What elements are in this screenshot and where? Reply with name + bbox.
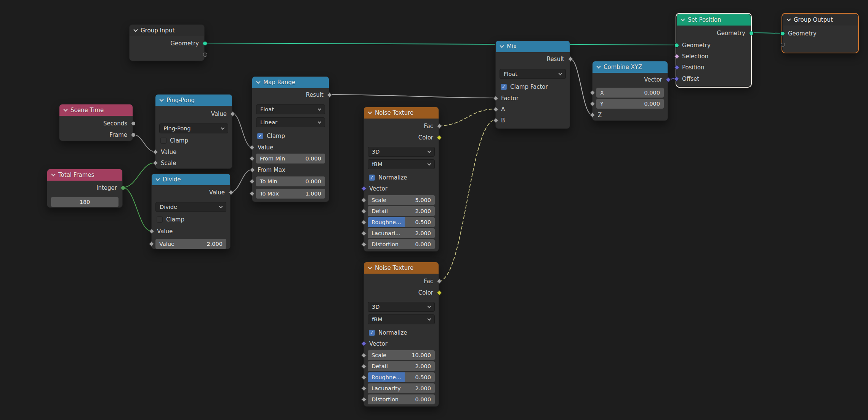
collapse-chevron-icon[interactable]: [368, 110, 372, 114]
checkbox-clamp[interactable]: [157, 216, 163, 223]
chevron-down-icon: [428, 317, 431, 321]
dropdown-noise-type[interactable]: fBM: [368, 159, 435, 169]
dropdown-value-noise-type: fBM: [372, 161, 383, 167]
checkbox-clamp[interactable]: [160, 138, 167, 144]
number-field-roughness[interactable]: Roughne...0.500: [368, 372, 435, 382]
number-field-distortion[interactable]: Distortion0.000: [368, 394, 435, 404]
socket-label-z: Z: [598, 112, 602, 119]
number-field-detail[interactable]: Detail2.000: [368, 206, 435, 216]
checkbox-label-clamp: Clamp: [166, 216, 184, 223]
checkbox-row-clamp[interactable]: Clamp: [160, 136, 188, 146]
number-field-from-min[interactable]: From Min0.000: [256, 154, 325, 164]
checkbox-row-normalize[interactable]: ✓Normalize: [369, 328, 407, 338]
node-editor-canvas[interactable]: Group InputGeometryScene TimeSecondsFram…: [0, 0, 868, 420]
node-header-group-input[interactable]: Group Input: [130, 25, 204, 36]
dropdown-operation[interactable]: Ping-Pong: [159, 123, 228, 133]
number-field-value-2[interactable]: Value2.000: [155, 239, 226, 249]
node-noise-texture-2[interactable]: Noise TextureFacColor3DfBM✓NormalizeVect…: [364, 262, 439, 407]
node-header-group-output[interactable]: Group Output: [783, 14, 858, 26]
node-header-map-range[interactable]: Map Range: [252, 77, 329, 88]
node-title: Noise Texture: [375, 109, 413, 116]
collapse-chevron-icon[interactable]: [133, 27, 138, 32]
node-header-ping-pong[interactable]: Ping-Pong: [155, 95, 232, 106]
dropdown-operation[interactable]: Divide: [155, 202, 226, 212]
number-field-y[interactable]: Y0.000: [596, 99, 664, 109]
node-header-set-position[interactable]: Set Position: [677, 14, 751, 26]
dropdown-dimensions[interactable]: 3D: [368, 147, 435, 157]
number-field-to-min[interactable]: To Min0.000: [256, 176, 325, 186]
checkbox-normalize[interactable]: ✓: [369, 330, 375, 336]
node-header-noise-texture-2[interactable]: Noise Texture: [364, 262, 439, 274]
number-field-lacunarity[interactable]: Lacunari...2.000: [368, 228, 435, 238]
node-group-output[interactable]: Group OutputGeometry: [782, 14, 858, 53]
socket-virtual-group-output[interactable]: [781, 43, 785, 47]
checkbox-row-clamp[interactable]: ✓Clamp: [257, 131, 285, 141]
number-field-to-max[interactable]: To Max1.000: [256, 189, 325, 199]
number-field-lacunarity[interactable]: Lacunarity2.000: [368, 383, 435, 393]
node-divide[interactable]: DivideValueDivideClampValueValue2.000: [151, 173, 231, 249]
number-field-integer-value[interactable]: 180: [51, 197, 119, 207]
checkbox-row-clamp-factor[interactable]: ✓Clamp Factor: [501, 82, 548, 92]
socket-group-input-geometry[interactable]: [203, 41, 207, 46]
collapse-chevron-icon[interactable]: [51, 172, 55, 176]
socket-total-frames-integer[interactable]: [121, 186, 125, 190]
checkbox-row-normalize[interactable]: ✓Normalize: [369, 173, 407, 183]
node-map-range[interactable]: Map RangeResultFloatLinear✓ClampValueFro…: [252, 76, 329, 202]
dropdown-data-type[interactable]: Float: [256, 104, 325, 114]
collapse-chevron-icon[interactable]: [63, 107, 67, 111]
node-header-noise-texture-1[interactable]: Noise Texture: [364, 107, 439, 119]
collapse-chevron-icon[interactable]: [681, 17, 685, 21]
input-row-factor: Factor: [496, 93, 570, 103]
node-ping-pong[interactable]: Ping-PongValuePing-PongClampValueScale: [155, 94, 232, 169]
collapse-chevron-icon[interactable]: [256, 79, 260, 83]
field-label-roughness: Roughne...: [372, 219, 401, 225]
checkbox-row-clamp[interactable]: Clamp: [157, 215, 184, 224]
collapse-chevron-icon[interactable]: [159, 97, 163, 101]
number-field-scale[interactable]: Scale5.000: [368, 195, 435, 205]
checkbox-normalize[interactable]: ✓: [369, 175, 375, 181]
node-total-frames[interactable]: Total FramesInteger180: [47, 169, 123, 208]
dropdown-noise-type[interactable]: fBM: [368, 314, 435, 324]
node-header-combine-xyz[interactable]: Combine XYZ: [593, 61, 668, 73]
wire-pingpong-to-maprange-value: [232, 114, 252, 147]
collapse-chevron-icon[interactable]: [368, 265, 372, 269]
number-field-scale[interactable]: Scale10.000: [368, 350, 435, 360]
input-row-geometry: Geometry: [783, 29, 858, 38]
wire-frame-to-pingpong-value: [133, 135, 155, 152]
node-title: Group Output: [794, 16, 833, 23]
node-header-divide[interactable]: Divide: [152, 174, 230, 185]
socket-scene-time-seconds[interactable]: [131, 121, 136, 126]
node-header-scene-time[interactable]: Scene Time: [59, 104, 133, 116]
number-field-detail[interactable]: Detail2.000: [368, 361, 435, 371]
node-noise-texture-1[interactable]: Noise TextureFacColor3DfBM✓NormalizeVect…: [364, 107, 439, 252]
dropdown-interpolation[interactable]: Linear: [256, 117, 325, 127]
node-scene-time[interactable]: Scene TimeSecondsFrame: [59, 104, 133, 141]
socket-label-integer: Integer: [96, 184, 117, 191]
output-row-geometry: Geometry: [130, 38, 204, 48]
number-field-roughness[interactable]: Roughne...0.500: [368, 217, 435, 227]
node-combine-xyz[interactable]: Combine XYZVectorX0.000Y0.000Z: [592, 61, 668, 121]
collapse-chevron-icon[interactable]: [155, 176, 160, 181]
checkbox-clamp[interactable]: ✓: [257, 133, 263, 139]
socket-scene-time-frame[interactable]: [131, 133, 136, 137]
collapse-chevron-icon[interactable]: [786, 17, 791, 21]
node-header-total-frames[interactable]: Total Frames: [47, 169, 122, 181]
collapse-chevron-icon[interactable]: [596, 64, 601, 68]
socket-set-position-geometry[interactable]: [749, 31, 754, 35]
checkbox-clamp-factor[interactable]: ✓: [501, 84, 507, 90]
dropdown-dimensions[interactable]: 3D: [368, 302, 435, 312]
node-group-input[interactable]: Group InputGeometry: [129, 24, 205, 61]
socket-set-position-geometry-in[interactable]: [674, 43, 679, 48]
number-field-x[interactable]: X0.000: [596, 88, 664, 98]
collapse-chevron-icon[interactable]: [500, 43, 504, 48]
node-header-mix[interactable]: Mix: [496, 41, 570, 52]
socket-virtual-group-input[interactable]: [203, 53, 207, 57]
dropdown-data-type[interactable]: Float: [500, 69, 566, 79]
number-field-distortion[interactable]: Distortion0.000: [368, 239, 435, 249]
node-mix[interactable]: MixResultFloat✓Clamp FactorFactorAB: [495, 40, 570, 129]
field-label-distortion: Distortion: [372, 396, 399, 402]
node-set-position[interactable]: Set PositionGeometryGeometrySelectionPos…: [676, 14, 751, 87]
checkbox-label-clamp: Clamp: [170, 137, 188, 144]
socket-group-output-geometry[interactable]: [780, 31, 785, 36]
input-row-position: Position: [677, 63, 751, 72]
